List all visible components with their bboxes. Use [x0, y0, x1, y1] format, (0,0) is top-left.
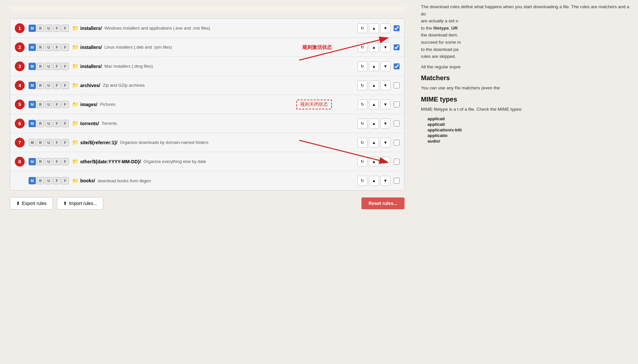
- rule-enable-checkbox[interactable]: [394, 44, 400, 50]
- move-up-button[interactable]: ▲: [369, 138, 379, 148]
- tag-r[interactable]: R: [37, 82, 44, 89]
- rule-desc: Torrents: [102, 121, 357, 126]
- refresh-button[interactable]: ↻: [357, 100, 367, 109]
- tag-f[interactable]: F: [61, 82, 69, 89]
- tag-r[interactable]: R: [37, 44, 44, 51]
- refresh-button[interactable]: ↻: [357, 119, 367, 128]
- move-down-button[interactable]: ▼: [380, 61, 390, 71]
- refresh-button[interactable]: ↻: [357, 157, 367, 167]
- rule-enable-checkbox[interactable]: [394, 121, 400, 126]
- tag-f[interactable]: F: [53, 158, 61, 165]
- tag-f[interactable]: F: [61, 63, 69, 70]
- tag-r[interactable]: R: [37, 120, 44, 127]
- refresh-button[interactable]: ↻: [357, 23, 367, 33]
- tag-f[interactable]: F: [61, 177, 69, 184]
- tag-u[interactable]: U: [45, 139, 52, 146]
- rule-controls: ↻▲▼: [357, 61, 400, 71]
- tag-f[interactable]: F: [53, 63, 61, 70]
- tag-f[interactable]: F: [61, 25, 69, 32]
- tag-r[interactable]: R: [37, 158, 44, 165]
- rule-number: 2: [15, 42, 25, 52]
- rule-enable-checkbox[interactable]: [394, 159, 400, 165]
- import-button[interactable]: ⬆ Import rules...: [57, 197, 104, 210]
- folder-path: 📁 other/${date:YYYY-MM-DD}/: [72, 158, 141, 165]
- tag-group: MRUFF: [29, 82, 69, 89]
- tag-f[interactable]: F: [61, 101, 69, 108]
- tag-r[interactable]: R: [37, 101, 44, 108]
- tag-f[interactable]: F: [61, 120, 69, 127]
- export-button[interactable]: ⬆ Export rules: [10, 197, 53, 210]
- tag-u[interactable]: U: [45, 101, 52, 108]
- tag-u[interactable]: U: [45, 25, 52, 32]
- move-down-button[interactable]: ▼: [380, 138, 390, 148]
- tag-f[interactable]: F: [61, 158, 69, 165]
- rule-row: 7MRUFF📁 site/${referrer:1}/Organize down…: [10, 133, 404, 152]
- rule-row: 8MRUFF📁 other/${date:YYYY-MM-DD}/Organiz…: [10, 152, 404, 171]
- tag-m[interactable]: M: [29, 158, 36, 165]
- mime-item: applicatio: [428, 133, 631, 138]
- tag-m[interactable]: M: [29, 25, 36, 32]
- move-up-button[interactable]: ▲: [369, 42, 379, 52]
- rule-enable-checkbox[interactable]: [394, 178, 400, 184]
- move-up-button[interactable]: ▲: [369, 80, 379, 90]
- tag-u[interactable]: U: [45, 44, 52, 51]
- tag-r[interactable]: R: [37, 177, 44, 184]
- move-down-button[interactable]: ▼: [380, 23, 390, 33]
- rule-enable-checkbox[interactable]: [394, 63, 400, 69]
- tag-u[interactable]: U: [45, 82, 52, 89]
- refresh-button[interactable]: ↻: [357, 42, 367, 52]
- folder-icon: 📁: [72, 139, 79, 146]
- rule-enable-checkbox[interactable]: [394, 102, 400, 107]
- tag-f[interactable]: F: [61, 44, 69, 51]
- rule-enable-checkbox[interactable]: [394, 82, 400, 88]
- move-down-button[interactable]: ▼: [380, 100, 390, 109]
- mime-item: applicati: [428, 122, 631, 127]
- refresh-button[interactable]: ↻: [357, 138, 367, 148]
- tag-f[interactable]: F: [61, 139, 69, 146]
- tag-r[interactable]: R: [37, 63, 44, 70]
- tag-f[interactable]: F: [53, 44, 61, 51]
- tag-f[interactable]: F: [53, 25, 61, 32]
- refresh-button[interactable]: ↻: [357, 61, 367, 71]
- tag-m[interactable]: M: [29, 120, 36, 127]
- tag-m[interactable]: M: [29, 63, 36, 70]
- tag-m[interactable]: M: [29, 177, 36, 184]
- move-down-button[interactable]: ▼: [380, 157, 390, 167]
- tag-u[interactable]: U: [45, 120, 52, 127]
- move-down-button[interactable]: ▼: [380, 119, 390, 128]
- tag-group: MRUFF: [29, 25, 69, 32]
- reset-button[interactable]: Reset rules...: [361, 197, 405, 209]
- tag-m[interactable]: M: [29, 101, 36, 108]
- tag-u[interactable]: U: [45, 63, 52, 70]
- tag-m[interactable]: M: [29, 82, 36, 89]
- tag-r[interactable]: R: [37, 25, 44, 32]
- rule-desc: download books from libgen: [98, 178, 357, 183]
- matchers-desc: You can use any Re matchers (even the: [421, 84, 631, 92]
- move-down-button[interactable]: ▼: [380, 176, 390, 186]
- move-up-button[interactable]: ▲: [369, 23, 379, 33]
- move-up-button[interactable]: ▲: [369, 100, 379, 109]
- tag-f[interactable]: F: [53, 120, 61, 127]
- tag-u[interactable]: U: [45, 158, 52, 165]
- tag-u[interactable]: U: [45, 177, 52, 184]
- tag-m[interactable]: M: [29, 44, 36, 51]
- move-down-button[interactable]: ▼: [380, 80, 390, 90]
- tag-r[interactable]: R: [37, 139, 44, 146]
- rule-enable-checkbox[interactable]: [394, 25, 400, 31]
- tag-f[interactable]: F: [53, 177, 61, 184]
- move-up-button[interactable]: ▲: [369, 176, 379, 186]
- refresh-button[interactable]: ↻: [357, 80, 367, 90]
- tag-m[interactable]: M: [29, 139, 36, 146]
- rule-controls: ↻▲▼: [357, 176, 400, 186]
- move-down-button[interactable]: ▼: [380, 42, 390, 52]
- mime-list: applicatiapplicatiapplication/x-bittappl…: [428, 116, 631, 144]
- tag-f[interactable]: F: [53, 82, 61, 89]
- move-up-button[interactable]: ▲: [369, 119, 379, 128]
- folder-path: 📁 site/${referrer:1}/: [72, 139, 117, 146]
- tag-f[interactable]: F: [53, 139, 61, 146]
- move-up-button[interactable]: ▲: [369, 61, 379, 71]
- rule-enable-checkbox[interactable]: [394, 140, 400, 146]
- tag-f[interactable]: F: [53, 101, 61, 108]
- refresh-button[interactable]: ↻: [357, 176, 367, 186]
- move-up-button[interactable]: ▲: [369, 157, 379, 167]
